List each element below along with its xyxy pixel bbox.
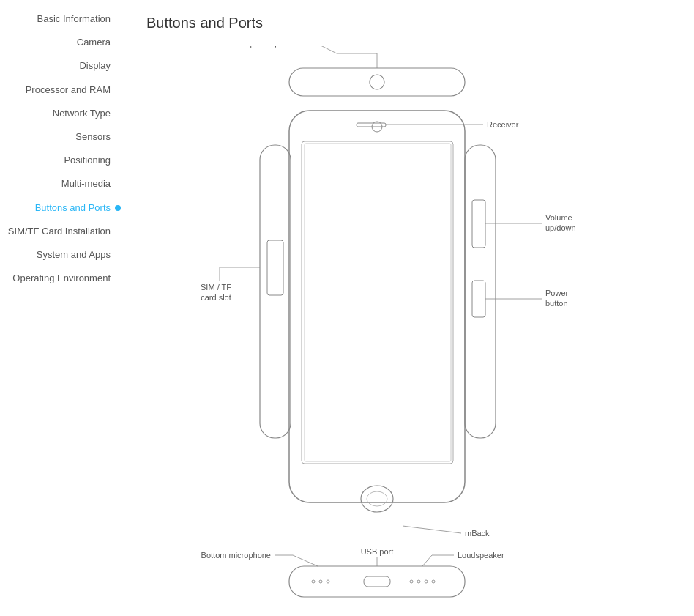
svg-text:Loudspeaker: Loudspeaker	[458, 551, 504, 560]
svg-text:Power: Power	[545, 289, 569, 297]
sidebar-item-system-apps[interactable]: System and Apps	[0, 243, 124, 267]
sidebar-item-label: Buttons and Ports	[35, 202, 111, 213]
svg-line-46	[422, 555, 432, 566]
svg-rect-8	[305, 144, 451, 461]
svg-point-40	[432, 580, 435, 583]
sidebar-item-camera[interactable]: Camera	[0, 31, 124, 54]
svg-text:mBack: mBack	[465, 529, 490, 538]
sidebar-item-operating-env[interactable]: Operating Environment	[0, 267, 124, 290]
svg-rect-22	[472, 200, 485, 248]
svg-line-30	[403, 526, 461, 533]
sidebar-item-sensors[interactable]: Sensors	[0, 125, 124, 149]
svg-point-1	[370, 75, 384, 89]
sidebar-item-label: SIM/TF Card Installation	[8, 226, 111, 237]
svg-point-12	[367, 491, 387, 506]
sidebar-item-label: Network Type	[53, 108, 111, 119]
svg-rect-15	[260, 145, 291, 438]
svg-point-38	[417, 580, 420, 583]
svg-point-34	[319, 580, 322, 583]
sidebar-item-label: Operating Environment	[12, 272, 111, 283]
svg-rect-36	[364, 576, 390, 587]
svg-rect-0	[289, 68, 465, 96]
sidebar-item-multi-media[interactable]: Multi-media	[0, 172, 124, 196]
svg-text:card slot: card slot	[201, 293, 231, 302]
svg-text:USB port: USB port	[361, 547, 394, 556]
svg-point-33	[312, 580, 315, 583]
svg-text:Bottom microphone: Bottom microphone	[201, 551, 271, 560]
sidebar-item-label: Positioning	[64, 155, 111, 166]
sidebar-item-label: Processor and RAM	[26, 84, 111, 95]
sidebar-item-sim-tf[interactable]: SIM/TF Card Installation	[0, 220, 124, 243]
svg-text:SIM / TF: SIM / TF	[201, 283, 231, 292]
sidebar-item-label: Camera	[77, 37, 111, 48]
sidebar-item-label: Multi-media	[61, 178, 111, 189]
svg-rect-7	[302, 141, 453, 464]
svg-point-35	[327, 580, 329, 583]
sidebar-item-label: Display	[79, 60, 111, 71]
svg-point-39	[425, 580, 428, 583]
sidebar-item-label: Basic Information	[37, 13, 111, 24]
sidebar-item-network-type[interactable]: Network Type	[0, 102, 124, 125]
svg-rect-6	[289, 111, 465, 502]
sidebar-item-label: System and Apps	[37, 249, 111, 260]
svg-point-11	[361, 486, 393, 512]
svg-text:Receiver: Receiver	[487, 120, 519, 129]
svg-rect-16	[267, 240, 283, 295]
page-title: Buttons and Ports	[146, 15, 672, 31]
diagram-area: Headphone jack Receiver	[146, 46, 674, 616]
svg-rect-21	[465, 145, 496, 438]
sidebar-item-positioning[interactable]: Positioning	[0, 149, 124, 172]
svg-text:up/down: up/down	[545, 223, 576, 232]
sidebar-item-display[interactable]: Display	[0, 54, 124, 78]
svg-line-4	[315, 46, 337, 53]
svg-line-41	[293, 555, 318, 566]
svg-rect-32	[289, 566, 465, 597]
svg-rect-23	[472, 281, 485, 317]
svg-text:button: button	[545, 299, 568, 308]
svg-text:Volume: Volume	[545, 213, 572, 222]
sidebar-item-basic-information[interactable]: Basic Information	[0, 7, 124, 31]
sidebar-item-processor-ram[interactable]: Processor and RAM	[0, 78, 124, 102]
svg-text:Headphone jack: Headphone jack	[231, 46, 289, 48]
active-indicator	[115, 205, 121, 211]
sidebar-item-buttons-ports[interactable]: Buttons and Ports	[0, 196, 124, 220]
sidebar-item-label: Sensors	[75, 131, 111, 142]
svg-point-37	[410, 580, 413, 583]
sidebar: Basic InformationCameraDisplayProcessor …	[0, 0, 124, 616]
phone-diagram: Headphone jack Receiver	[146, 46, 659, 616]
main-content: Buttons and Ports Headphone jack	[124, 0, 694, 616]
